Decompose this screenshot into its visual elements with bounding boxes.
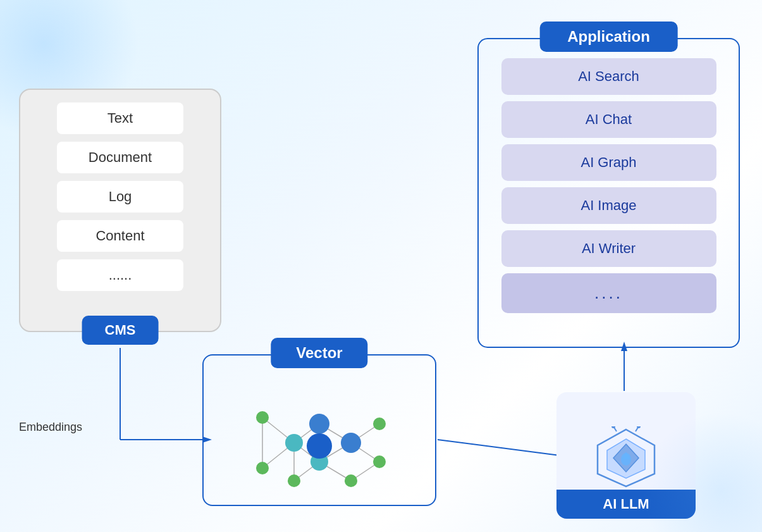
cms-item-content: Content: [57, 220, 183, 252]
app-item-ai-writer: AI Writer: [501, 230, 716, 267]
network-graph: [212, 380, 427, 506]
app-item-dots: ....: [501, 273, 716, 313]
svg-point-25: [373, 455, 386, 468]
application-badge: Application: [539, 22, 678, 52]
svg-point-21: [256, 462, 269, 474]
vector-badge: Vector: [271, 338, 367, 368]
app-item-ai-image: AI Image: [501, 187, 716, 224]
svg-point-26: [285, 434, 303, 452]
cms-item-text: Text: [57, 102, 183, 134]
diagram: Text Document Log Content ...... CMS Emb…: [0, 0, 762, 532]
llm-box: AI LLM: [556, 392, 696, 519]
svg-point-22: [288, 474, 300, 487]
svg-point-24: [373, 418, 386, 430]
svg-point-29: [341, 433, 361, 453]
svg-point-28: [309, 414, 329, 434]
embeddings-label: Embeddings: [19, 421, 82, 434]
svg-point-23: [345, 474, 357, 487]
application-box: Application AI Search AI Chat AI Graph A…: [477, 38, 740, 348]
cms-item-log: Log: [57, 181, 183, 213]
app-item-ai-chat: AI Chat: [501, 101, 716, 138]
app-item-ai-search: AI Search: [501, 58, 716, 95]
svg-point-30: [307, 433, 332, 459]
application-items: AI Search AI Chat AI Graph AI Image AI W…: [479, 39, 739, 332]
cms-box: Text Document Log Content ...... CMS: [19, 89, 221, 332]
cms-item-more: ......: [57, 259, 183, 291]
cms-badge: CMS: [82, 316, 159, 345]
svg-line-3: [438, 440, 560, 455]
app-item-ai-graph: AI Graph: [501, 144, 716, 181]
llm-badge: AI LLM: [556, 490, 696, 519]
llm-icon: [588, 426, 664, 490]
svg-point-20: [256, 411, 269, 424]
cms-item-document: Document: [57, 142, 183, 173]
